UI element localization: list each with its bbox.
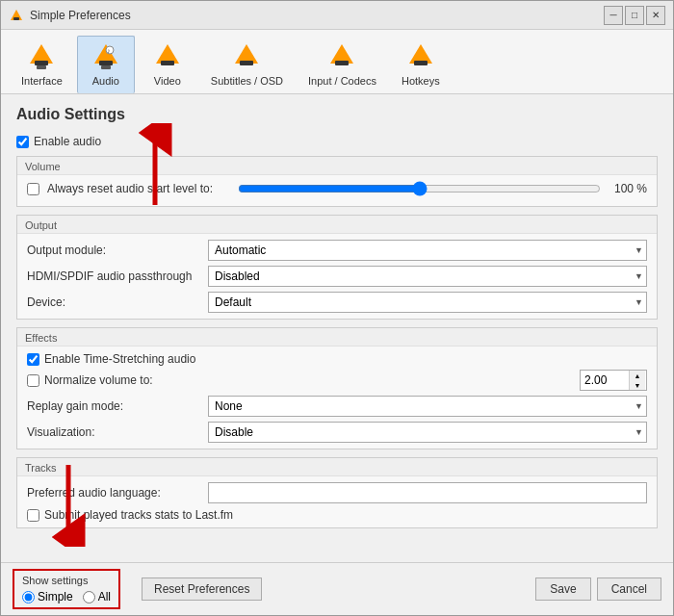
output-module-row: Output module: Automatic — [27, 240, 647, 261]
output-module-select-wrapper: Automatic — [208, 240, 647, 261]
enable-audio-row: Enable audio — [16, 135, 658, 148]
video-icon — [150, 40, 185, 75]
svg-rect-15 — [335, 61, 349, 65]
hotkeys-icon — [403, 40, 438, 75]
title-controls: ─ □ ✕ — [604, 6, 665, 25]
visualization-row: Visualization: Disable — [27, 422, 647, 443]
hdmi-select[interactable]: Disabled — [208, 266, 647, 287]
tracks-group-content: Preferred audio language: Submit played … — [17, 476, 657, 527]
audio-icon: ♪ — [89, 40, 123, 75]
time-stretch-checkbox[interactable] — [27, 353, 39, 366]
normalize-spinbox: ▲ ▼ — [580, 370, 647, 391]
svg-text:♪: ♪ — [107, 47, 111, 54]
normalize-checkbox[interactable] — [27, 374, 39, 387]
all-label[interactable]: All — [98, 590, 111, 603]
volume-slider[interactable] — [238, 181, 601, 196]
volume-group-content: Always reset audio start level to: 100 % — [17, 175, 657, 206]
visualization-label: Visualization: — [27, 425, 200, 439]
spinbox-up-button[interactable]: ▲ — [630, 371, 645, 380]
replay-gain-row: Replay gain mode: None — [27, 396, 647, 417]
title-bar-left: Simple Preferences — [9, 8, 131, 23]
cancel-button[interactable]: Cancel — [597, 578, 661, 601]
simple-option: Simple — [22, 590, 73, 603]
tracks-group: Tracks Preferred audio language: Submit … — [16, 457, 658, 528]
effects-group-label: Effects — [17, 328, 657, 346]
save-button[interactable]: Save — [535, 578, 590, 601]
replay-gain-select[interactable]: None — [208, 396, 647, 417]
simple-label[interactable]: Simple — [38, 590, 73, 603]
output-group-label: Output — [17, 216, 657, 234]
effects-group: Effects Enable Time-Stretching audio Nor… — [16, 327, 658, 449]
nav-item-input[interactable]: Input / Codecs — [298, 36, 387, 93]
simple-radio[interactable] — [22, 591, 35, 603]
show-settings-box: Show settings Simple All — [13, 569, 120, 609]
preferred-language-input[interactable] — [208, 482, 647, 503]
preferred-language-label: Preferred audio language: — [27, 486, 200, 500]
time-stretch-row: Enable Time-Stretching audio — [27, 352, 647, 366]
replay-gain-label: Replay gain mode: — [27, 399, 200, 413]
nav-item-interface[interactable]: Interface — [11, 36, 73, 93]
last-fm-checkbox[interactable] — [27, 509, 39, 522]
svg-rect-7 — [101, 65, 111, 69]
output-group-content: Output module: Automatic HDMI/SPDIF audi… — [17, 234, 657, 319]
volume-slider-row: Always reset audio start level to: 100 % — [27, 181, 647, 196]
nav-item-subtitles[interactable]: Subtitles / OSD — [200, 36, 294, 93]
svg-rect-13 — [240, 61, 253, 65]
output-group: Output Output module: Automatic HDMI/SPD… — [16, 215, 658, 320]
all-radio[interactable] — [83, 591, 95, 603]
spinbox-buttons: ▲ ▼ — [629, 371, 645, 390]
last-fm-label[interactable]: Submit played tracks stats to Last.fm — [44, 508, 233, 522]
spinbox-down-button[interactable]: ▼ — [630, 380, 645, 390]
nav-item-hotkeys[interactable]: Hotkeys — [391, 36, 451, 93]
hdmi-select-wrapper: Disabled — [208, 266, 647, 287]
nav-label-input: Input / Codecs — [308, 75, 376, 87]
title-bar: Simple Preferences ─ □ ✕ — [1, 1, 673, 30]
volume-group: Volume Always reset audio start level to… — [16, 156, 658, 207]
normalize-row: Normalize volume to: ▲ ▼ — [27, 370, 647, 391]
minimize-button[interactable]: ─ — [604, 6, 623, 25]
effects-group-content: Enable Time-Stretching audio Normalize v… — [17, 346, 657, 449]
enable-audio-checkbox[interactable] — [16, 136, 29, 148]
svg-rect-4 — [37, 65, 46, 69]
time-stretch-label[interactable]: Enable Time-Stretching audio — [44, 352, 195, 366]
svg-rect-17 — [414, 61, 428, 65]
nav-item-video[interactable]: Video — [139, 36, 196, 93]
close-button[interactable]: ✕ — [646, 6, 665, 25]
vlc-icon — [9, 8, 24, 23]
output-module-select[interactable]: Automatic — [208, 240, 647, 261]
device-select[interactable]: Default — [208, 292, 647, 313]
radio-row: Simple All — [22, 590, 111, 603]
svg-rect-6 — [99, 61, 113, 65]
device-row: Device: Default — [27, 292, 647, 313]
enable-audio-label[interactable]: Enable audio — [34, 135, 101, 148]
maximize-button[interactable]: □ — [625, 6, 644, 25]
footer-right: Save Cancel — [535, 578, 661, 601]
visualization-select-wrapper: Disable — [208, 422, 647, 443]
svg-rect-1 — [13, 17, 19, 20]
title-text: Simple Preferences — [30, 9, 131, 22]
preferred-language-row: Preferred audio language: — [27, 482, 647, 503]
nav-label-interface: Interface — [21, 75, 63, 87]
footer: Show settings Simple All Reset Preferenc… — [1, 562, 673, 615]
nav-label-subtitles: Subtitles / OSD — [211, 75, 283, 87]
all-option: All — [83, 590, 111, 603]
replay-gain-select-wrapper: None — [208, 396, 647, 417]
last-fm-row: Submit played tracks stats to Last.fm — [27, 508, 647, 522]
normalize-value-input[interactable] — [581, 372, 629, 389]
nav-bar: Interface ♪ Audio Video — [1, 30, 673, 94]
visualization-select[interactable]: Disable — [208, 422, 647, 443]
normalize-label[interactable]: Normalize volume to: — [44, 373, 218, 387]
reset-level-label[interactable]: Always reset audio start level to: — [47, 182, 230, 195]
reset-level-checkbox[interactable] — [27, 183, 39, 195]
volume-group-label: Volume — [17, 157, 657, 175]
window: Simple Preferences ─ □ ✕ Interface — [0, 0, 674, 616]
footer-left: Show settings Simple All Reset Preferenc… — [13, 569, 262, 609]
svg-rect-3 — [35, 61, 48, 65]
normalize-check-wrapper: Normalize volume to: — [27, 373, 218, 387]
tracks-group-label: Tracks — [17, 458, 657, 476]
nav-item-audio[interactable]: ♪ Audio — [77, 36, 135, 93]
show-settings-label: Show settings — [22, 575, 111, 586]
input-icon — [324, 40, 359, 75]
output-module-label: Output module: — [27, 244, 200, 257]
reset-preferences-button[interactable]: Reset Preferences — [142, 578, 262, 601]
